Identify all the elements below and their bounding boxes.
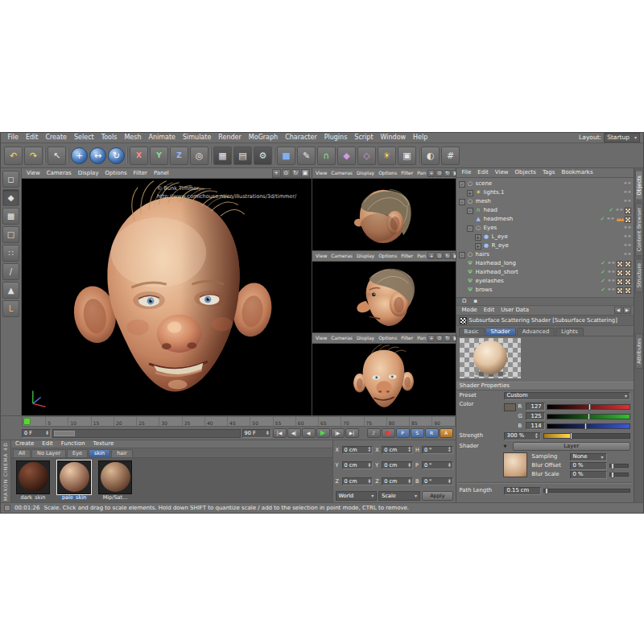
spinner-icon[interactable]: ▲▼ xyxy=(369,447,371,452)
apply-button[interactable]: Apply xyxy=(422,491,452,501)
material-item[interactable]: Mip/Sat... xyxy=(97,460,134,501)
points-mode-icon[interactable]: ∷ xyxy=(2,245,19,262)
previous-frame-button[interactable]: ◀ xyxy=(302,428,316,438)
coordinate-input[interactable]: 0 cm▲▼ xyxy=(382,446,413,454)
history-back-icon[interactable]: ◀ xyxy=(614,307,622,314)
channel-slider[interactable] xyxy=(547,423,630,429)
coordinate-input[interactable]: 0 cm▲▼ xyxy=(382,477,413,485)
add-nurbs-icon[interactable]: ∩ xyxy=(317,147,336,165)
expander-icon[interactable]: - xyxy=(459,199,465,205)
objects-menu-item[interactable]: View xyxy=(492,170,512,175)
viewport-menu-item[interactable]: Cameras xyxy=(43,171,75,176)
rotate-view-icon[interactable]: ↻ xyxy=(444,252,451,259)
viewport-menu-item[interactable]: Display xyxy=(355,336,377,341)
viewport-menu-item[interactable]: Display xyxy=(75,171,102,176)
separator[interactable] xyxy=(210,147,212,163)
object-name[interactable]: hairs xyxy=(476,252,623,258)
object-row[interactable]: Ψ brows ✓ xyxy=(456,286,634,295)
separator[interactable] xyxy=(274,147,275,163)
rotate-view-icon[interactable]: ↻ xyxy=(444,335,451,342)
enabled-check-icon[interactable]: ✓ xyxy=(609,208,613,213)
playhead[interactable] xyxy=(23,418,31,425)
material-thumbnail[interactable] xyxy=(16,460,50,494)
spinner-icon[interactable]: ▲▼ xyxy=(408,479,411,485)
channel-value-field[interactable]: 127 xyxy=(526,402,545,411)
menubar-item[interactable]: File xyxy=(4,134,22,141)
texture-mode-icon[interactable]: ▩ xyxy=(2,208,19,225)
object-row[interactable]: Ψ Hairhead_short ✓ xyxy=(456,268,634,277)
z-axis-lock-button[interactable]: Z xyxy=(170,147,188,165)
material-item[interactable]: dark_skin xyxy=(14,460,52,501)
axis-mode-icon[interactable]: L xyxy=(2,300,19,317)
expander-icon[interactable]: - xyxy=(459,252,465,258)
pan-view-icon[interactable]: + xyxy=(427,335,435,342)
texture-tag[interactable] xyxy=(625,217,631,223)
menubar-item[interactable]: Window xyxy=(377,134,410,141)
play-forward-button[interactable]: ▶ xyxy=(316,428,330,438)
objects-menu-item[interactable]: Edit xyxy=(474,170,492,175)
material-menu-item[interactable]: Edit xyxy=(38,441,57,447)
render-view-icon[interactable]: ▦ xyxy=(213,147,232,165)
rotate-tool-icon[interactable]: ↻ xyxy=(108,147,125,164)
layer-tab-no-layer[interactable]: No Layer xyxy=(31,449,66,457)
channel-slider[interactable] xyxy=(547,404,630,410)
viewport-canvas-front[interactable] xyxy=(312,344,456,415)
layer-tab-eye[interactable]: Eye xyxy=(67,449,88,457)
blur-scale-field[interactable]: 0 % xyxy=(570,471,607,479)
object-name[interactable]: lights.1 xyxy=(484,190,623,196)
coordinate-input[interactable]: 0 cm▲▼ xyxy=(342,446,374,454)
timeline-scrollbar[interactable] xyxy=(52,429,241,438)
object-row[interactable]: + ● L_eye ✓ xyxy=(456,233,634,242)
object-row[interactable]: Ψ eyelashes ✓ xyxy=(456,277,634,286)
tab-basic[interactable]: Basic xyxy=(459,328,485,336)
viewport-menu-item[interactable]: Options xyxy=(377,254,399,258)
add-camera-icon[interactable]: ▣ xyxy=(398,147,416,165)
shader-expand-icon[interactable]: ▼ xyxy=(504,444,510,448)
objects-menu-item[interactable]: Bookmarks xyxy=(558,170,596,175)
start-frame-field[interactable]: 0 F▲▼ xyxy=(22,429,51,438)
viewport-menu-item[interactable]: Cameras xyxy=(329,171,355,175)
viewport-menu-item[interactable]: Display xyxy=(355,254,377,258)
menubar-item[interactable]: Character xyxy=(282,134,321,141)
zoom-view-icon[interactable]: ⊙ xyxy=(282,169,291,178)
visibility-dots[interactable] xyxy=(623,225,631,231)
coordinate-input[interactable]: 0 °▲▼ xyxy=(422,446,453,454)
coordinate-input[interactable]: 0 cm▲▼ xyxy=(342,461,374,469)
viewport-menu-item[interactable]: Options xyxy=(102,171,130,176)
texture-tag[interactable] xyxy=(625,261,631,267)
menubar-item[interactable]: Create xyxy=(42,134,71,141)
menubar-item[interactable]: Script xyxy=(351,134,377,141)
sound-toggle-icon[interactable]: ♪ xyxy=(367,428,381,438)
menubar-item[interactable]: Plugins xyxy=(320,134,351,141)
texture-tag[interactable] xyxy=(625,279,631,285)
expander-icon[interactable]: - xyxy=(459,181,465,188)
visibility-dots[interactable] xyxy=(623,252,631,258)
coordinate-input[interactable]: 0 cm▲▼ xyxy=(382,461,413,469)
spinner-icon[interactable]: ▲▼ xyxy=(448,447,451,452)
attributes-menu-item[interactable]: Edit xyxy=(481,308,498,313)
scale-tool-icon[interactable]: ↔ xyxy=(89,147,106,164)
channel-value-field[interactable]: 125 xyxy=(526,412,545,420)
menubar-item[interactable]: Render xyxy=(215,134,245,141)
lock-icon[interactable]: ▪ xyxy=(472,299,480,304)
material-name[interactable]: pale_skin xyxy=(60,495,88,501)
object-name[interactable]: R_eye xyxy=(492,243,623,249)
visibility-dots[interactable] xyxy=(607,279,615,284)
texture-tag[interactable] xyxy=(617,270,623,276)
object-name[interactable]: L_eye xyxy=(492,234,623,240)
tab-lights[interactable]: Lights xyxy=(555,328,584,336)
material-thumbnail[interactable] xyxy=(57,460,91,494)
material-item[interactable]: pale_skin xyxy=(56,460,93,501)
visibility-dots[interactable] xyxy=(615,208,623,213)
objects-menu-item[interactable]: File xyxy=(459,170,475,175)
spinner-icon[interactable]: ▲▼ xyxy=(46,431,48,436)
object-row[interactable]: - ○ hairs ✓ xyxy=(456,250,634,259)
timeline-scrollbar-handle[interactable] xyxy=(54,431,75,436)
spinner-icon[interactable]: ▲▼ xyxy=(448,479,451,485)
texture-tag[interactable] xyxy=(617,261,623,267)
object-row[interactable]: - ○ scene ✓ xyxy=(456,180,634,188)
goto-start-button[interactable]: |◀ xyxy=(273,428,287,438)
separator[interactable] xyxy=(68,147,69,163)
live-selection-icon[interactable]: ↖ xyxy=(47,147,66,165)
channel-value-field[interactable]: 114 xyxy=(526,422,545,430)
